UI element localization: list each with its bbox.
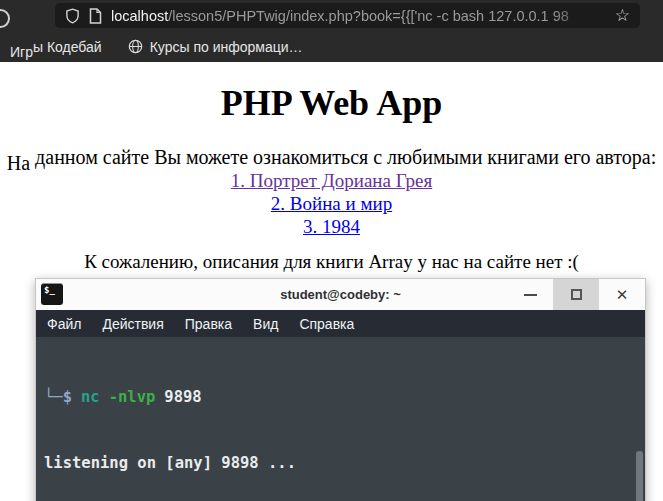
page-title: PHP Web App [0,82,663,125]
url-text[interactable]: localhost/lesson5/PHPTwig/index.php?book… [111,8,606,24]
minimize-icon [524,294,537,296]
command-flags: -nlvp [109,388,156,406]
url-host: localhost [111,8,168,24]
terminal-output[interactable]: └─$nc-nlvp9898 listening on [any] 9898 .… [36,337,645,501]
menu-help[interactable]: Справка [299,316,354,332]
menu-edit[interactable]: Правка [185,316,232,332]
globe-icon [128,39,143,54]
bookmark-star-icon[interactable]: ☆ [615,7,630,24]
command-nc: nc [81,388,100,406]
url-path: /lesson5/PHPTwig/index.php?book={{['nc -… [168,8,569,24]
intro-rest: данном сайте Вы можете ознакомиться с лю… [30,146,656,168]
bookmark-label-rest: ы Кодебай [33,39,102,55]
address-bar[interactable]: localhost/lesson5/PHPTwig/index.php?book… [55,3,640,28]
output-line: listening on [any] 9898 ... [44,452,645,474]
menu-file[interactable]: Файл [47,316,81,332]
bookmark-label-lead: Игр [10,44,33,60]
shield-icon[interactable] [65,8,80,24]
command-port: 9898 [164,388,201,406]
minimize-button[interactable] [507,279,553,310]
browser-toolbar: localhost/lesson5/PHPTwig/index.php?book… [0,0,663,31]
partial-toolbar-icon [0,9,10,28]
terminal-menubar: Файл Действия Правка Вид Справка [36,310,645,337]
menu-actions[interactable]: Действия [102,316,163,332]
terminal-titlebar[interactable]: $_ student@codeby: ~ ✕ [36,279,645,310]
shell-prompt: └─$ [44,388,72,406]
book-link-2[interactable]: 2. Война и мир [0,192,663,215]
book-link-3[interactable]: 3. 1984 [0,215,663,238]
bookmark-item-courses[interactable]: Курсы по информаци… [128,39,303,55]
terminal-app-icon: $_ [41,283,63,305]
book-links: 1. Портрет Дориана Грея 2. Война и мир 3… [0,169,663,238]
book-link-1[interactable]: 1. Портрет Дориана Грея [0,169,663,192]
intro-text: На данном сайте Вы можете ознакомиться с… [0,145,663,169]
maximize-icon [571,289,582,300]
menu-view[interactable]: Вид [253,316,278,332]
prompt-line: └─$nc-nlvp9898 [44,386,645,408]
terminal-window: $_ student@codeby: ~ ✕ Файл Действия Пра… [35,278,646,501]
close-icon: ✕ [616,287,629,302]
maximize-button[interactable] [553,279,599,310]
intro-lead: На [7,152,30,174]
page-icon[interactable] [89,8,102,24]
bookmarks-bar: Игры Кодебай Курсы по информаци… [0,31,663,62]
bookmark-label: Курсы по информаци… [150,39,303,55]
close-button[interactable]: ✕ [599,279,645,310]
bookmark-item-kodebay[interactable]: Игры Кодебай [10,39,102,55]
missing-book-note: К сожалению, описания для книги Array у … [0,251,663,273]
window-controls: ✕ [507,279,645,310]
terminal-scrollbar-thumb[interactable] [636,451,643,501]
